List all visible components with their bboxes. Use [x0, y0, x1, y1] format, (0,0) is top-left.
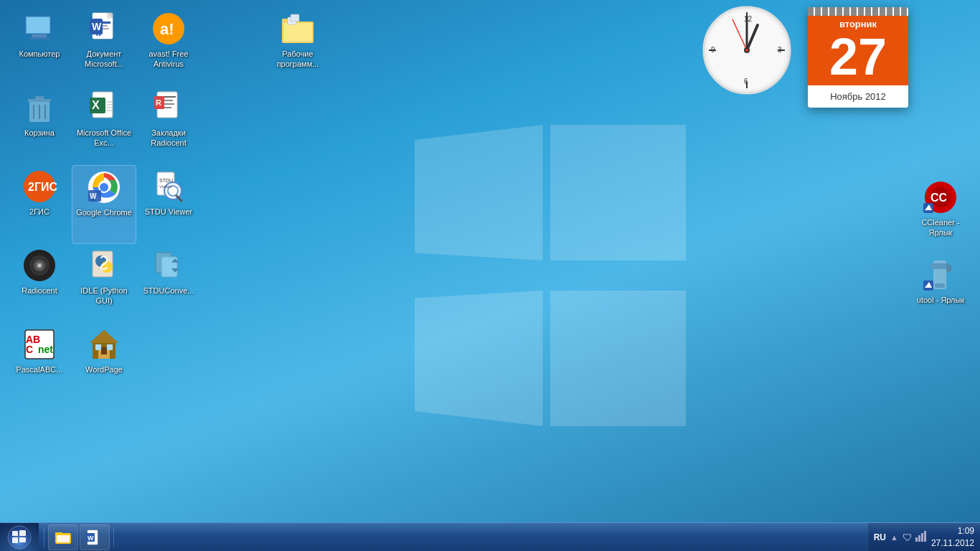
svg-text:net: net [38, 344, 53, 355]
taskbar-pinned: W [39, 524, 119, 550]
svg-rect-105 [55, 532, 62, 535]
wordpage-label: WordPage [85, 364, 123, 375]
tray-time: 1:09 [931, 525, 974, 537]
taskbar-sep-1 [44, 527, 44, 547]
svg-rect-18 [283, 23, 312, 42]
svg-rect-72 [95, 344, 101, 350]
workfolder-icon[interactable]: Рабочие программ... [265, 7, 330, 86]
svg-rect-100 [12, 531, 18, 536]
svg-rect-71 [101, 347, 107, 354]
svg-text:6: 6 [744, 77, 748, 85]
ccleaner-label: CCleaner - Ярлык [911, 217, 970, 238]
svg-point-98 [745, 49, 748, 52]
svg-text:STDU: STDU [159, 178, 173, 183]
excel-label: Microsoft Office Exc... [75, 128, 133, 149]
2gis-label: 2ГИС [29, 207, 50, 217]
stdu-conv-label: STDUConve... [143, 286, 194, 296]
taskbar-sep-2 [113, 527, 114, 547]
system-tray: RU ▲ 🛡 1:09 27.11.2012 [867, 523, 980, 552]
svg-marker-69 [90, 330, 118, 343]
tray-network-icon [915, 530, 927, 544]
wordpage-icon[interactable]: WordPage [72, 323, 136, 402]
computer-label: Компьютер [19, 49, 60, 59]
svg-text:a!: a! [160, 20, 174, 38]
pascal-icon[interactable]: AB C net PascalABC... [7, 323, 72, 402]
radiocent-label: Radiocent [22, 286, 57, 296]
calendar-day-number: 27 [808, 31, 908, 85]
svg-rect-102 [12, 537, 18, 543]
svg-text:CC: CC [930, 192, 948, 204]
svg-text:X: X [92, 99, 100, 111]
radiocent-bm-label: Закладки Radiocent [139, 128, 198, 149]
calendar-month-year: Ноябрь 2012 [808, 85, 908, 108]
pascal-label: PascalABC... [17, 364, 63, 375]
google-chrome-label: Google Chrome [76, 207, 132, 217]
svg-text:C: C [26, 344, 33, 355]
utool-icon[interactable]: utool - Ярлык [908, 253, 973, 314]
svg-rect-3 [29, 37, 50, 39]
word-doc-label: Документ Microsoft... [75, 49, 133, 70]
stdu-viewer-label: STDU Viewer [145, 207, 192, 217]
tray-clock[interactable]: 1:09 27.11.2012 [931, 525, 974, 550]
taskbar-word-btn[interactable]: W [80, 524, 110, 550]
idle-label: IDLE (Python GUI) [75, 286, 133, 306]
recycle-icon[interactable]: Корзина [7, 86, 72, 165]
tray-security-icon: 🛡 [903, 532, 913, 543]
svg-text:R: R [156, 98, 161, 107]
svg-text:12: 12 [744, 15, 753, 23]
calendar-widget: вторник 27 Ноябрь 2012 [808, 7, 908, 108]
avast-label: avast! Free Antivirus [139, 49, 198, 70]
tray-icons: 🛡 [903, 530, 927, 544]
svg-rect-103 [19, 537, 26, 542]
svg-text:W: W [90, 192, 97, 200]
2gis-icon[interactable]: 2ГИС 2ГИС [7, 165, 72, 244]
svg-rect-113 [924, 531, 926, 542]
desktop: Компьютер W W Документ Microsoft... [0, 0, 980, 522]
svg-rect-20 [291, 14, 299, 22]
svg-rect-73 [107, 344, 113, 350]
calendar-top-strip [808, 7, 908, 16]
svg-rect-23 [35, 96, 44, 100]
taskbar: W RU ▲ 🛡 1:09 27.11.2012 [0, 522, 980, 551]
svg-rect-2 [32, 34, 47, 37]
svg-text:Viewer: Viewer [159, 184, 172, 189]
start-button[interactable] [0, 523, 39, 552]
svg-rect-110 [915, 537, 918, 542]
svg-rect-101 [19, 530, 26, 536]
clock-widget: 12 6 9 3 [700, 4, 793, 97]
svg-point-58 [38, 264, 41, 267]
stdu-conv-icon[interactable]: STDUConve... [136, 244, 201, 323]
radiocent-icon[interactable]: Radiocent [7, 244, 72, 323]
avast-icon[interactable]: a! avast! Free Antivirus [136, 7, 201, 86]
google-chrome-icon[interactable]: W Google Chrome [72, 165, 136, 244]
svg-text:9: 9 [711, 46, 715, 54]
tray-date: 27.11.2012 [931, 537, 974, 550]
taskbar-explorer-btn[interactable] [48, 524, 78, 550]
svg-rect-111 [918, 535, 920, 542]
computer-icon[interactable]: Компьютер [7, 7, 72, 86]
svg-rect-106 [57, 535, 70, 542]
svg-rect-112 [921, 533, 923, 542]
svg-point-45 [100, 183, 108, 192]
excel-icon[interactable]: X Microsoft Office Exc... [72, 86, 136, 165]
radiocent-bm-icon[interactable]: R Закладки Radiocent [136, 86, 201, 165]
ccleaner-icon[interactable]: CC CCleaner - Ярлык [908, 176, 973, 242]
svg-text:3: 3 [778, 46, 782, 54]
workfolder-label: Рабочие программ... [268, 49, 327, 70]
recycle-label: Корзина [24, 128, 55, 138]
svg-point-99 [8, 526, 31, 549]
idle-icon[interactable]: IDLE (Python GUI) [72, 244, 136, 323]
svg-rect-1 [27, 17, 50, 33]
word-doc-icon[interactable]: W W Документ Microsoft... [72, 7, 136, 86]
svg-text:W: W [88, 534, 94, 542]
stdu-viewer-icon[interactable]: STDU Viewer STDU Viewer [136, 165, 201, 244]
svg-rect-81 [935, 283, 945, 288]
utool-label: utool - Ярлык [917, 295, 964, 305]
tray-language: RU [874, 532, 886, 542]
svg-text:W: W [92, 21, 102, 32]
tray-expand-icon[interactable]: ▲ [890, 533, 898, 542]
svg-text:2ГИС: 2ГИС [28, 181, 57, 193]
